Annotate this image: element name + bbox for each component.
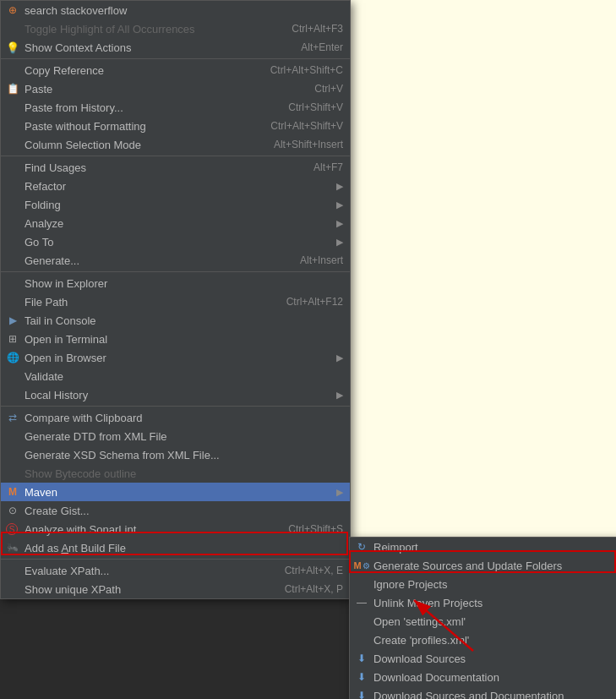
menu-item-add-ant[interactable]: 🐜 Add as Ant Build File: [1, 538, 350, 557]
arrow-icon-maven: ▶: [336, 487, 343, 498]
submenu-item-open-settings-xml[interactable]: Open 'settings.xml': [350, 612, 616, 631]
menu-item-file-path[interactable]: File Path Ctrl+Alt+F12: [1, 292, 350, 311]
menu-item-find-usages[interactable]: Find Usages Alt+F7: [1, 158, 350, 177]
menu-item-evaluate-xpath[interactable]: Evaluate XPath... Ctrl+Alt+X, E: [1, 561, 350, 580]
arrow-icon-history: ▶: [336, 390, 343, 401]
menu-item-generate[interactable]: Generate... Alt+Insert: [1, 251, 350, 270]
maven-submenu: ↻ Reimport M⚙ Generate Sources and Updat…: [349, 537, 616, 699]
separator-1: [1, 58, 350, 59]
separator-5: [1, 559, 350, 560]
submenu-item-generate-sources[interactable]: M⚙ Generate Sources and Update Folders: [350, 556, 616, 575]
menu-item-create-gist[interactable]: ⊙ Create Gist...: [1, 501, 350, 520]
arrow-icon-browser: ▶: [336, 352, 343, 363]
menu-item-go-to[interactable]: Go To ▶: [1, 232, 350, 251]
submenu-item-reimport[interactable]: ↻ Reimport: [350, 538, 616, 556]
generate-sources-icon: M⚙: [355, 559, 368, 572]
arrow-icon-analyze: ▶: [336, 218, 343, 229]
menu-item-analyze[interactable]: Analyze ▶: [1, 214, 350, 232]
menu-item-sonarlint[interactable]: S Analyze with SonarLint Ctrl+Shift+S: [1, 520, 350, 538]
browser-icon: 🌐: [6, 351, 19, 364]
terminal-icon: ⊞: [6, 332, 19, 346]
menu-item-toggle-highlight[interactable]: Toggle Highlight of All Occurrences Ctrl…: [1, 19, 350, 38]
download-sources-icon: ⬇: [355, 652, 368, 665]
menu-item-open-terminal[interactable]: ⊞ Open in Terminal: [1, 330, 350, 348]
sonar-icon: S: [6, 523, 18, 535]
stackoverflow-icon: ⊕: [6, 3, 19, 17]
download-all-icon: ⬇: [355, 689, 368, 699]
menu-item-unique-xpath[interactable]: Show unique XPath Ctrl+Alt+X, P: [1, 580, 350, 598]
arrow-icon-refactor: ▶: [336, 181, 343, 192]
submenu-item-download-sources[interactable]: ⬇ Download Sources: [350, 649, 616, 668]
menu-item-paste[interactable]: 📋 Paste Ctrl+V: [1, 79, 350, 98]
menu-item-generate-dtd[interactable]: Generate DTD from XML File: [1, 427, 350, 445]
menu-item-show-explorer[interactable]: Show in Explorer: [1, 274, 350, 292]
github-icon: ⊙: [6, 504, 19, 517]
menu-item-local-history[interactable]: Local History ▶: [1, 385, 350, 404]
separator-3: [1, 271, 350, 272]
arrow-icon-folding: ▶: [336, 199, 343, 210]
menu-item-copy-reference[interactable]: Copy Reference Ctrl+Alt+Shift+C: [1, 61, 350, 79]
context-menu: ⊕ search stackoverflow Toggle Highlight …: [0, 0, 351, 599]
menu-item-show-bytecode[interactable]: Show Bytecode outline: [1, 464, 350, 483]
menu-item-column-selection[interactable]: Column Selection Mode Alt+Shift+Insert: [1, 135, 350, 154]
ant-icon: 🐜: [6, 541, 19, 554]
menu-item-paste-no-format[interactable]: Paste without Formatting Ctrl+Alt+Shift+…: [1, 117, 350, 135]
submenu-item-ignore-projects[interactable]: Ignore Projects: [350, 575, 616, 593]
submenu-item-download-all[interactable]: ⬇ Download Sources and Documentation: [350, 686, 616, 699]
paste-icon: 📋: [6, 82, 19, 96]
separator-4: [1, 406, 350, 407]
menu-item-open-browser[interactable]: 🌐 Open in Browser ▶: [1, 348, 350, 367]
bulb-icon: 💡: [6, 41, 19, 54]
menu-item-maven[interactable]: M Maven ▶: [1, 483, 350, 501]
menu-item-refactor[interactable]: Refactor ▶: [1, 177, 350, 195]
arrow-icon-goto: ▶: [336, 237, 343, 248]
menu-item-show-context-actions[interactable]: 💡 Show Context Actions Alt+Enter: [1, 38, 350, 57]
maven-icon: M: [6, 485, 19, 499]
menu-item-tail-console[interactable]: ▶ Tail in Console: [1, 311, 350, 330]
submenu-item-download-docs[interactable]: ⬇ Download Documentation: [350, 668, 616, 686]
menu-item-paste-history[interactable]: Paste from History... Ctrl+Shift+V: [1, 98, 350, 117]
compare-icon: ⇄: [6, 411, 19, 424]
menu-item-compare-clipboard[interactable]: ⇄ Compare with Clipboard: [1, 408, 350, 427]
submenu-item-create-profiles-xml[interactable]: Create 'profiles.xml': [350, 631, 616, 649]
submenu-item-unlink-maven[interactable]: — Unlink Maven Projects: [350, 593, 616, 612]
menu-item-generate-xsd[interactable]: Generate XSD Schema from XML File...: [1, 445, 350, 464]
unlink-icon: —: [355, 596, 368, 609]
separator-2: [1, 156, 350, 156]
menu-item-search-stackoverflow[interactable]: ⊕ search stackoverflow: [1, 1, 350, 19]
download-docs-icon: ⬇: [355, 670, 368, 684]
reimport-icon: ↻: [355, 540, 368, 554]
menu-item-folding[interactable]: Folding ▶: [1, 195, 350, 214]
tail-icon: ▶: [6, 314, 19, 327]
menu-item-validate[interactable]: Validate: [1, 367, 350, 385]
